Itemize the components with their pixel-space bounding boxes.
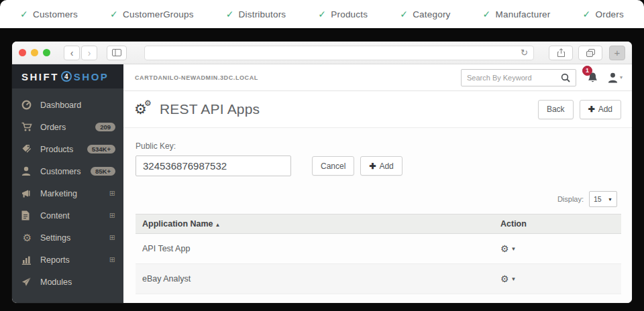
sidebar-pane-icon bbox=[112, 49, 121, 56]
checklist-item-distributors[interactable]: ✓Distributors bbox=[226, 9, 286, 19]
display-select[interactable]: 15 ▼ bbox=[589, 191, 617, 207]
check-icon: ✓ bbox=[483, 9, 491, 19]
document-icon bbox=[21, 210, 33, 221]
form-add-button[interactable]: ✚ Add bbox=[360, 156, 402, 176]
add-button[interactable]: ✚ Add bbox=[580, 100, 621, 119]
sidebar-item-customers[interactable]: Customers 85K+ bbox=[12, 160, 123, 182]
public-key-input[interactable] bbox=[136, 156, 291, 176]
chevron-down-icon: ▼ bbox=[511, 246, 517, 252]
main-area: CARTDANILO-NEWADMIN.3DC.LOCAL 1 bbox=[123, 64, 632, 303]
checklist-label: Manufacturer bbox=[496, 9, 551, 19]
page-title-bar: ⚙⚙ REST API Apps Back ✚ Add bbox=[123, 91, 632, 128]
sidebar-item-label: Reports bbox=[40, 255, 102, 265]
gears-icon: ⚙ bbox=[21, 232, 33, 244]
checklist-item-customers[interactable]: ✓Customers bbox=[20, 9, 78, 19]
row-action-gear-button[interactable]: ⚙▼ bbox=[500, 243, 516, 254]
tabs-overview-button[interactable] bbox=[578, 46, 602, 60]
checklist-label: Customers bbox=[33, 9, 78, 19]
checklist-label: Products bbox=[331, 9, 368, 19]
back-nav-button[interactable]: ‹ bbox=[64, 46, 80, 60]
sidebar-item-reports[interactable]: Reports ⊞ bbox=[12, 249, 123, 271]
notifications-button[interactable]: 1 bbox=[587, 72, 598, 84]
expand-icon[interactable]: ⊞ bbox=[109, 189, 115, 198]
sidebar-item-label: Settings bbox=[40, 233, 102, 243]
account-menu-button[interactable]: ▾ bbox=[608, 72, 623, 83]
checklist-item-manufacturer[interactable]: ✓Manufacturer bbox=[483, 9, 551, 19]
dashboard-icon bbox=[21, 100, 33, 110]
account-user-icon bbox=[608, 72, 618, 83]
expand-icon[interactable]: ⊞ bbox=[109, 255, 115, 264]
search-icon[interactable] bbox=[559, 73, 576, 82]
sidebar-item-settings[interactable]: ⚙ Settings ⊞ bbox=[12, 227, 123, 249]
check-icon: ✓ bbox=[110, 9, 118, 19]
app-name-cell: API Test App bbox=[136, 234, 494, 264]
row-action-gear-button[interactable]: ⚙▼ bbox=[500, 273, 516, 284]
sidebar-item-label: Dashboard bbox=[40, 101, 115, 110]
sidebar: SHIFT 4 SHOP Dashboard bbox=[12, 64, 123, 303]
admin-header-bar: CARTDANILO-NEWADMIN.3DC.LOCAL 1 bbox=[123, 64, 632, 91]
store-domain-breadcrumb: CARTDANILO-NEWADMIN.3DC.LOCAL bbox=[135, 74, 461, 81]
reload-icon[interactable]: ↻ bbox=[515, 48, 533, 58]
checklist-item-orders[interactable]: ✓Orders bbox=[583, 9, 624, 19]
public-key-label: Public Key: bbox=[136, 141, 621, 151]
check-icon: ✓ bbox=[318, 9, 326, 19]
megaphone-icon bbox=[21, 189, 33, 198]
expand-icon[interactable]: ⊞ bbox=[109, 233, 115, 242]
traffic-lights bbox=[19, 49, 50, 56]
sort-asc-icon: ▲ bbox=[215, 222, 221, 228]
api-apps-table: Application Name▲ Action API Test App bbox=[136, 214, 621, 294]
url-input[interactable] bbox=[145, 47, 515, 59]
keyword-search-box[interactable] bbox=[461, 69, 576, 86]
app-name-cell: eBay Analyst bbox=[136, 264, 494, 294]
sidebar-nav: Dashboard Orders 209 Products bbox=[12, 88, 123, 293]
logo-four-circle: 4 bbox=[61, 71, 72, 82]
tags-icon bbox=[21, 144, 33, 154]
chevron-down-icon: ▾ bbox=[620, 74, 623, 80]
share-button[interactable] bbox=[549, 46, 573, 60]
sidebar-item-products[interactable]: Products 534K+ bbox=[12, 138, 123, 160]
table-row: eBay Analyst ⚙▼ bbox=[136, 264, 621, 294]
check-icon: ✓ bbox=[20, 9, 28, 19]
chevron-down-icon: ▼ bbox=[608, 197, 612, 202]
browser-window: ‹ › ↻ bbox=[12, 42, 632, 303]
minimize-window-button[interactable] bbox=[31, 49, 38, 56]
checklist-item-products[interactable]: ✓Products bbox=[318, 9, 368, 19]
sidebar-item-marketing[interactable]: Marketing ⊞ bbox=[12, 182, 123, 204]
forward-nav-button[interactable]: › bbox=[81, 46, 97, 60]
rocket-icon bbox=[21, 277, 33, 287]
column-header-application-name[interactable]: Application Name▲ bbox=[136, 214, 494, 234]
user-icon bbox=[21, 166, 33, 176]
page-title: REST API Apps bbox=[160, 101, 538, 117]
checklist-label: CustomerGroups bbox=[123, 9, 194, 19]
check-icon: ✓ bbox=[583, 9, 591, 19]
checklist-item-category[interactable]: ✓Category bbox=[400, 9, 450, 19]
check-icon: ✓ bbox=[226, 9, 234, 19]
share-icon bbox=[557, 48, 565, 57]
public-key-form-row: Cancel ✚ Add bbox=[136, 156, 621, 176]
browser-toolbar: ‹ › ↻ bbox=[12, 42, 632, 64]
address-bar[interactable]: ↻ bbox=[144, 46, 534, 60]
sidebar-item-content[interactable]: Content ⊞ bbox=[12, 204, 123, 227]
sidebar-item-label: Modules bbox=[40, 277, 115, 287]
sidebar-toggle-button[interactable] bbox=[107, 46, 127, 60]
sidebar-item-orders[interactable]: Orders 209 bbox=[12, 116, 123, 138]
expand-icon[interactable]: ⊞ bbox=[109, 211, 115, 220]
gear-icon: ⚙ bbox=[500, 243, 509, 254]
cancel-button[interactable]: Cancel bbox=[312, 156, 354, 176]
table-header-row: Application Name▲ Action bbox=[136, 214, 621, 234]
checklist-label: Distributors bbox=[239, 9, 286, 19]
shift4shop-logo[interactable]: SHIFT 4 SHOP bbox=[12, 64, 123, 88]
admin-app: SHIFT 4 SHOP Dashboard bbox=[12, 64, 632, 303]
back-button[interactable]: Back bbox=[538, 100, 574, 119]
check-icon: ✓ bbox=[400, 9, 408, 19]
new-tab-button[interactable]: + bbox=[609, 46, 625, 60]
products-count-badge: 534K+ bbox=[87, 145, 115, 154]
page-content: Public Key: Cancel ✚ Add Display: 1 bbox=[123, 128, 632, 303]
zoom-window-button[interactable] bbox=[43, 49, 50, 56]
sidebar-item-dashboard[interactable]: Dashboard bbox=[12, 94, 123, 116]
checklist-item-customergroups[interactable]: ✓CustomerGroups bbox=[110, 9, 194, 19]
notification-count-badge: 1 bbox=[582, 66, 592, 76]
close-window-button[interactable] bbox=[19, 49, 26, 56]
sidebar-item-modules[interactable]: Modules bbox=[12, 271, 123, 293]
search-input[interactable] bbox=[462, 74, 559, 82]
